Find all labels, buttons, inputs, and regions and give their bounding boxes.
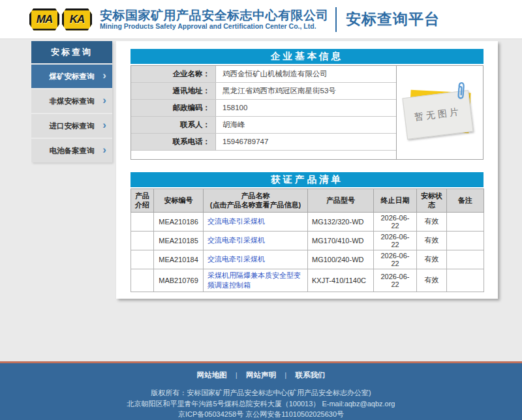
company-image-cell: 暂无图片 (396, 66, 483, 159)
product-model-cell: MG100/240-WD (308, 250, 374, 269)
products-section: 获证产品清单 产品介绍 安标编号 产品名称 (点击产品名称查看产品信息) 产品型… (130, 172, 484, 292)
col-remark: 备注 (447, 189, 484, 213)
product-intro-cell (131, 269, 154, 292)
status-cell: 有效 (417, 231, 447, 250)
table-row: MEA210186 交流电牵引采煤机 MG132/320-WD 2026-06-… (131, 212, 484, 231)
enterprise-section-title: 企业基本信息 (130, 49, 484, 64)
col-product-model: 产品型号 (308, 189, 374, 213)
product-name-cell: 交流电牵引采煤机 (204, 212, 308, 231)
footer-icp: 京ICP备05034258号 京公网安备11010502025630号 (0, 409, 522, 420)
enterprise-info-table: 企业名称： 鸡西金恒矿山机械制造有限公司 通讯地址： 黑龙江省鸡西市鸡冠区南星街… (130, 65, 484, 160)
table-row: MAB210769 采煤机用隔爆兼本质安全型变频调速控制箱 KXJT-410/1… (131, 269, 484, 292)
sidebar-item-coal-mine-query[interactable]: 煤矿安标查询 › (31, 65, 112, 88)
chevron-right-icon: › (102, 94, 106, 107)
content-panel: 企业基本信息 企业名称： 鸡西金恒矿山机械制造有限公司 通讯地址： 黑龙江省鸡西… (116, 41, 498, 299)
approval-code-cell: MEA210186 (154, 212, 204, 231)
footer-link-statement[interactable]: 网站声明 (246, 371, 276, 379)
approval-code-cell: MEA210185 (154, 231, 204, 250)
footer-link-separator: | (284, 371, 286, 379)
org-name-en: Mining Products Safety Approval and Cert… (100, 22, 329, 30)
sidebar-title: 安标查询 (31, 41, 112, 63)
product-name-link[interactable]: 交流电牵引采煤机 (207, 255, 265, 263)
product-name-link[interactable]: 交流电牵引采煤机 (207, 217, 265, 225)
postal-code-label: 邮政编码： (131, 100, 216, 116)
product-model-cell: MG132/320-WD (308, 212, 374, 231)
end-date-cell: 2026-06-22 (374, 231, 417, 250)
contact-phone-label: 联系电话： (131, 134, 216, 150)
col-approval-status: 安标状态 (417, 189, 447, 213)
table-row: 通讯地址： 黑龙江省鸡西市鸡冠区南星街53号 (131, 83, 396, 100)
contact-person-label: 联系人： (131, 117, 216, 133)
main-area: 安标查询 煤矿安标查询 › 非煤安标查询 › 进口安标查询 › 电池备案查询 ›… (0, 39, 522, 361)
table-header-row: 产品介绍 安标编号 产品名称 (点击产品名称查看产品信息) 产品型号 终止日期 … (131, 189, 484, 213)
table-row: 联系电话： 15946789747 (131, 134, 396, 151)
footer-address: 北京朝阳区和平里青年沟路5号煤科总院安科大厦（100013） E-mail:aq… (0, 398, 522, 410)
product-model-cell: KXJT-410/1140C (308, 269, 374, 292)
status-cell: 有效 (417, 212, 447, 231)
company-name-value: 鸡西金恒矿山机械制造有限公司 (216, 66, 396, 82)
sidebar-item-label: 进口安标查询 (50, 121, 95, 131)
approval-code-cell: MAB210769 (154, 269, 204, 292)
status-cell: 有效 (417, 269, 447, 292)
table-row: 联系人： 胡海峰 (131, 117, 396, 134)
product-name-link[interactable]: 交流电牵引采煤机 (207, 236, 265, 244)
company-name-label: 企业名称： (131, 66, 216, 82)
contact-phone-value: 15946789747 (216, 134, 396, 150)
org-name-cn: 安标国家矿用产品安全标志中心有限公司 (100, 8, 329, 23)
product-intro-cell (131, 250, 154, 269)
end-date-cell: 2026-06-22 (374, 250, 417, 269)
col-end-date: 终止日期 (374, 189, 417, 213)
table-row: 邮政编码： 158100 (131, 100, 396, 117)
site-footer: 网站地图 | 网站声明 | 联系我们 版权所有：安标国家矿用产品安全标志中心(矿… (0, 361, 522, 420)
no-image-placeholder: 暂无图片 (403, 86, 476, 142)
chevron-right-icon: › (102, 119, 106, 132)
footer-links: 网站地图 | 网站声明 | 联系我们 (0, 370, 522, 380)
sidebar-item-non-coal-query[interactable]: 非煤安标查询 › (31, 89, 112, 113)
address-value: 黑龙江省鸡西市鸡冠区南星街53号 (216, 83, 396, 99)
sidebar-item-label: 电池备案查询 (50, 146, 95, 156)
footer-link-sitemap[interactable]: 网站地图 (197, 371, 227, 379)
footer-link-separator: | (236, 371, 238, 379)
products-table: 产品介绍 安标编号 产品名称 (点击产品名称查看产品信息) 产品型号 终止日期 … (130, 188, 484, 292)
paperclip-icon (455, 80, 467, 103)
footer-link-contact[interactable]: 联系我们 (295, 371, 325, 379)
chevron-right-icon: › (102, 69, 106, 82)
col-product-intro: 产品介绍 (131, 189, 154, 213)
maka-logo[interactable]: MA KA (29, 8, 92, 31)
remark-cell (447, 231, 484, 250)
contact-person-value: 胡海峰 (216, 117, 396, 133)
enterprise-info-rows: 企业名称： 鸡西金恒矿山机械制造有限公司 通讯地址： 黑龙江省鸡西市鸡冠区南星街… (131, 66, 396, 159)
sidebar-item-label: 煤矿安标查询 (50, 72, 95, 82)
footer-copyright: 版权所有：安标国家矿用产品安全标志中心(矿用产品安全标志办公室) (0, 387, 522, 398)
remark-cell (447, 250, 484, 269)
col-product-name: 产品名称 (点击产品名称查看产品信息) (204, 189, 308, 213)
product-name-cell: 采煤机用隔爆兼本质安全型变频调速控制箱 (204, 269, 308, 292)
sidebar-item-label: 非煤安标查询 (50, 97, 95, 106)
products-section-title: 获证产品清单 (130, 172, 484, 187)
product-intro-cell (131, 231, 154, 250)
col-product-name-line1: 产品名称 (241, 192, 270, 200)
sidebar-item-battery-record-query[interactable]: 电池备案查询 › (31, 139, 112, 162)
table-row: MEA210185 交流电牵引采煤机 MG170/410-WD 2026-06-… (131, 231, 484, 250)
status-cell: 有效 (417, 250, 447, 269)
address-label: 通讯地址： (131, 83, 216, 99)
postal-code-value: 158100 (216, 100, 396, 116)
remark-cell (447, 269, 484, 292)
site-header: MA KA 安标国家矿用产品安全标志中心有限公司 Mining Products… (0, 0, 522, 39)
col-approval-code: 安标编号 (154, 189, 204, 213)
header-divider (335, 7, 337, 32)
table-row: MEA210184 交流电牵引采煤机 MG100/240-WD 2026-06-… (131, 250, 484, 269)
platform-title: 安标查询平台 (346, 9, 440, 29)
logo-ka-badge-icon: KA (62, 8, 92, 31)
product-intro-cell (131, 212, 154, 231)
product-name-cell: 交流电牵引采煤机 (204, 250, 308, 269)
product-model-cell: MG170/410-WD (308, 231, 374, 250)
end-date-cell: 2026-06-22 (374, 269, 417, 292)
end-date-cell: 2026-06-22 (374, 212, 417, 231)
product-name-link[interactable]: 采煤机用隔爆兼本质安全型变频调速控制箱 (207, 271, 301, 289)
sidebar-item-import-query[interactable]: 进口安标查询 › (31, 114, 112, 138)
org-titles: 安标国家矿用产品安全标志中心有限公司 Mining Products Safet… (100, 8, 329, 31)
col-product-name-line2: (点击产品名称查看产品信息) (210, 201, 301, 209)
approval-code-cell: MEA210184 (154, 250, 204, 269)
chevron-right-icon: › (102, 143, 106, 157)
